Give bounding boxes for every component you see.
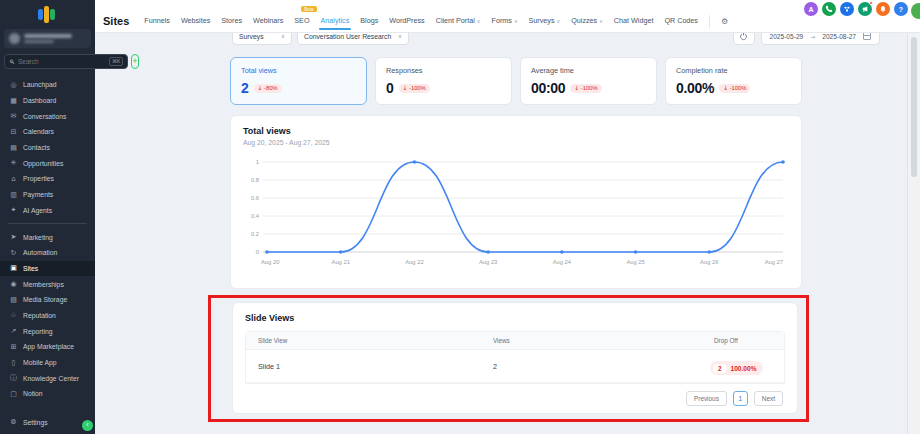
next-page-button[interactable]: Next xyxy=(754,391,783,406)
sidebar-item-payments[interactable]: ▥Payments xyxy=(0,187,95,203)
search-input[interactable] xyxy=(18,58,106,65)
sidebar-item-reporting[interactable]: ↗Reporting xyxy=(0,323,95,339)
sidebar-item-properties[interactable]: ⌂Properties xyxy=(0,171,95,187)
home-icon: ⌂ xyxy=(9,175,18,183)
tab-forms[interactable]: Forms∨ xyxy=(492,12,518,30)
notification-dot xyxy=(869,1,873,5)
help-button[interactable]: ? xyxy=(894,2,908,16)
media-icon: ▧ xyxy=(9,296,18,304)
nav-settings-gear-icon[interactable]: ⚙ xyxy=(721,17,728,26)
sidebar-item-reputation[interactable]: ☆Reputation xyxy=(0,308,95,324)
refresh-button[interactable] xyxy=(733,33,755,45)
drop-off-badge: 2100.00% xyxy=(710,361,763,375)
nodes-icon xyxy=(843,5,851,13)
sidebar-item-memberships[interactable]: ◉Memberships xyxy=(0,276,95,292)
stat-card-completion-rate[interactable]: Completion rate 0.00% ↓ -100% xyxy=(665,57,802,105)
announcements-button[interactable] xyxy=(858,2,872,16)
arrow-down-icon: ↓ xyxy=(258,85,263,91)
sidebar-menu: ◎Launchpad ▦Dashboard ✉Conversations ⊟Ca… xyxy=(0,77,95,414)
main-content: Surveys ∨ Conversation User Research ∨ 2… xyxy=(95,33,920,434)
sidebar-item-knowledge-center[interactable]: ⓘKnowledge Center xyxy=(0,370,95,386)
chart-title: Total views xyxy=(243,126,789,136)
current-page-button[interactable]: 1 xyxy=(733,391,748,406)
sidebar-item-opportunities[interactable]: ✳Opportunities xyxy=(0,155,95,171)
sidebar-item-sites[interactable]: ▣Sites xyxy=(0,261,95,277)
sidebar-item-launchpad[interactable]: ◎Launchpad xyxy=(0,77,95,93)
notifications-button[interactable] xyxy=(876,2,890,16)
arrow-right-icon: → xyxy=(810,33,815,40)
phone-device-icon: ▯ xyxy=(9,359,18,367)
tab-webinars[interactable]: Webinars xyxy=(253,12,283,30)
payments-icon: ▥ xyxy=(9,191,18,199)
translate-button[interactable]: A xyxy=(804,2,818,16)
svg-text:Aug 20: Aug 20 xyxy=(261,259,279,265)
info-icon: ⓘ xyxy=(9,373,18,383)
search-shortcut-badge: ⌘K xyxy=(109,57,123,66)
completion-rate-value: 0.00% xyxy=(676,80,714,96)
chevron-down-icon: ∨ xyxy=(477,18,481,24)
sidebar-item-app-marketplace[interactable]: ⊞App Marketplace xyxy=(0,339,95,355)
integrations-button[interactable] xyxy=(840,2,854,16)
phone-icon xyxy=(825,5,833,13)
survey-name-select[interactable]: Conversation User Research ∨ xyxy=(297,33,409,45)
slide-views-table: Slide View Views Drop Off Slide 1 2 2100… xyxy=(245,331,785,384)
pagination: Previous 1 Next xyxy=(245,384,785,406)
sidebar-item-dashboard[interactable]: ▦Dashboard xyxy=(0,93,95,109)
tab-surveys[interactable]: Surveys∨ xyxy=(529,12,561,30)
date-range-picker[interactable]: 2025-05-29 → 2025-08-27 xyxy=(761,33,881,45)
account-switcher[interactable] xyxy=(4,29,91,48)
tab-chat-widget[interactable]: Chat Widget xyxy=(614,12,654,30)
sidebar-collapse-button[interactable]: ‹ xyxy=(82,420,93,431)
svg-text:1: 1 xyxy=(256,159,259,165)
sidebar-search[interactable]: 🔍︎ ⌘K xyxy=(4,54,128,69)
sidebar-item-conversations[interactable]: ✉Conversations xyxy=(0,108,95,124)
table-row[interactable]: Slide 1 2 2100.00% xyxy=(246,350,784,383)
tab-websites[interactable]: Websites xyxy=(181,12,210,30)
stat-card-total-views[interactable]: Total views 2 ↓ -80% xyxy=(230,57,367,105)
tab-funnels[interactable]: Funnels xyxy=(144,12,170,30)
tab-seo[interactable]: SEOBeta xyxy=(294,12,309,30)
tab-quizzes[interactable]: Quizzes∨ xyxy=(571,12,603,30)
arrow-down-icon: ↓ xyxy=(574,85,579,91)
stat-card-average-time[interactable]: Average time 00:00 ↓ -100% xyxy=(520,57,657,105)
sidebar-item-calendars[interactable]: ⊟Calendars xyxy=(0,124,95,140)
chevron-down-icon: ∨ xyxy=(398,33,402,39)
account-name-redacted xyxy=(24,34,72,43)
survey-type-select[interactable]: Surveys ∨ xyxy=(232,33,292,45)
tab-client-portal[interactable]: Client Portal∨ xyxy=(436,12,481,30)
opportunities-icon: ✳ xyxy=(9,159,18,167)
sidebar-item-settings[interactable]: ⚙Settings xyxy=(0,414,95,430)
tab-blogs[interactable]: Blogs xyxy=(360,12,378,30)
sidebar-item-marketing[interactable]: ➤Marketing xyxy=(0,229,95,245)
vertical-scrollbar[interactable] xyxy=(907,33,920,434)
quick-add-button[interactable]: + xyxy=(131,54,138,69)
svg-text:Aug 25: Aug 25 xyxy=(626,259,644,265)
stat-card-responses[interactable]: Responses 0 ↓ -100% xyxy=(375,57,512,105)
medal-icon: ◉ xyxy=(9,280,18,288)
scrollbar-thumb[interactable] xyxy=(911,37,917,177)
notion-icon: ▢ xyxy=(9,390,18,398)
megaphone-icon xyxy=(861,5,869,13)
gear-icon: ⚙ xyxy=(9,418,18,426)
sidebar-item-media-storage[interactable]: ▧Media Storage xyxy=(0,292,95,308)
phone-button[interactable] xyxy=(822,2,836,16)
previous-page-button[interactable]: Previous xyxy=(686,391,727,406)
tab-analytics[interactable]: Analytics xyxy=(321,12,350,30)
svg-text:0.2: 0.2 xyxy=(251,231,259,237)
sidebar-item-contacts[interactable]: ▤Contacts xyxy=(0,140,95,156)
chevron-down-icon: ∨ xyxy=(514,18,518,24)
sidebar-item-automation[interactable]: ↻Automation xyxy=(0,245,95,261)
responses-value: 0 xyxy=(386,80,394,96)
date-start[interactable]: 2025-05-29 xyxy=(770,33,804,40)
tab-stores[interactable]: Stores xyxy=(221,12,242,30)
sidebar-item-ai-agents[interactable]: ✦AI Agents xyxy=(0,203,95,219)
sidebar-item-notion[interactable]: ▢Notion xyxy=(0,386,95,402)
tab-wordpress[interactable]: WordPress xyxy=(389,12,424,30)
search-icon: 🔍︎ xyxy=(9,58,15,65)
sidebar-item-mobile-app[interactable]: ▯Mobile App xyxy=(0,355,95,371)
profile-avatar[interactable] xyxy=(911,3,920,19)
launchpad-icon: ◎ xyxy=(9,81,18,89)
date-end[interactable]: 2025-08-27 xyxy=(822,33,856,40)
svg-text:Aug 26: Aug 26 xyxy=(700,259,718,265)
tab-qr-codes[interactable]: QR Codes xyxy=(664,12,698,30)
